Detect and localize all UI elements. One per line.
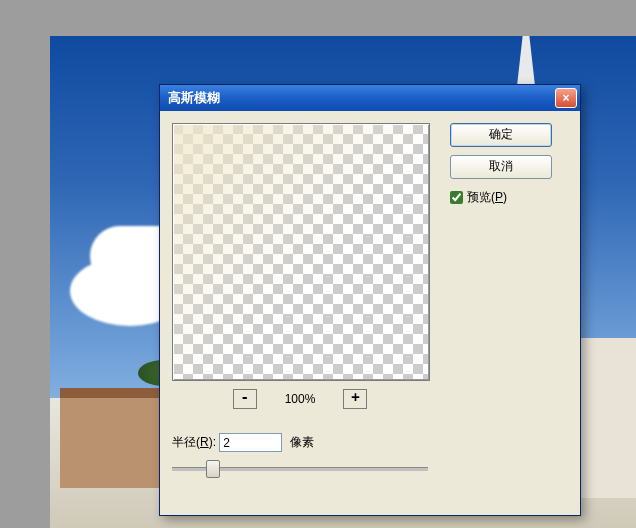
zoom-controls: - 100% +	[172, 389, 428, 409]
dialog-body: - 100% + 半径(R): 像素 确定 取消	[160, 111, 580, 131]
preview-checkbox[interactable]	[450, 191, 463, 204]
preview-area[interactable]	[172, 123, 430, 381]
app-workspace: 高斯模糊 × - 100% + 半径(R): 像素	[0, 0, 636, 528]
dialog-button-column: 确定 取消 预览(P)	[450, 123, 562, 206]
radius-label: 半径(R):	[172, 435, 219, 449]
zoom-level-label: 100%	[260, 392, 340, 406]
dialog-titlebar[interactable]: 高斯模糊 ×	[160, 85, 580, 111]
ok-button[interactable]: 确定	[450, 123, 552, 147]
preview-label-suffix: )	[503, 190, 507, 204]
preview-label-prefix: 预览(	[467, 190, 495, 204]
preview-checkbox-row: 预览(P)	[450, 189, 562, 206]
zoom-out-button[interactable]: -	[233, 389, 257, 409]
zoom-in-button[interactable]: +	[343, 389, 367, 409]
preview-checkbox-label[interactable]: 预览(P)	[467, 189, 507, 206]
close-button[interactable]: ×	[555, 88, 577, 108]
radius-input[interactable]	[219, 433, 282, 452]
cancel-button[interactable]: 取消	[450, 155, 552, 179]
radius-row: 半径(R): 像素	[172, 433, 428, 452]
slider-thumb[interactable]	[206, 460, 220, 478]
radius-label-suffix: ):	[209, 435, 216, 449]
radius-label-hotkey: R	[200, 435, 209, 449]
preview-label-hotkey: P	[495, 190, 503, 204]
gaussian-blur-dialog: 高斯模糊 × - 100% + 半径(R): 像素	[159, 84, 581, 516]
radius-slider[interactable]	[172, 459, 428, 479]
close-icon: ×	[562, 92, 569, 104]
dialog-title: 高斯模糊	[168, 89, 220, 107]
radius-label-prefix: 半径(	[172, 435, 200, 449]
radius-unit: 像素	[290, 435, 314, 449]
